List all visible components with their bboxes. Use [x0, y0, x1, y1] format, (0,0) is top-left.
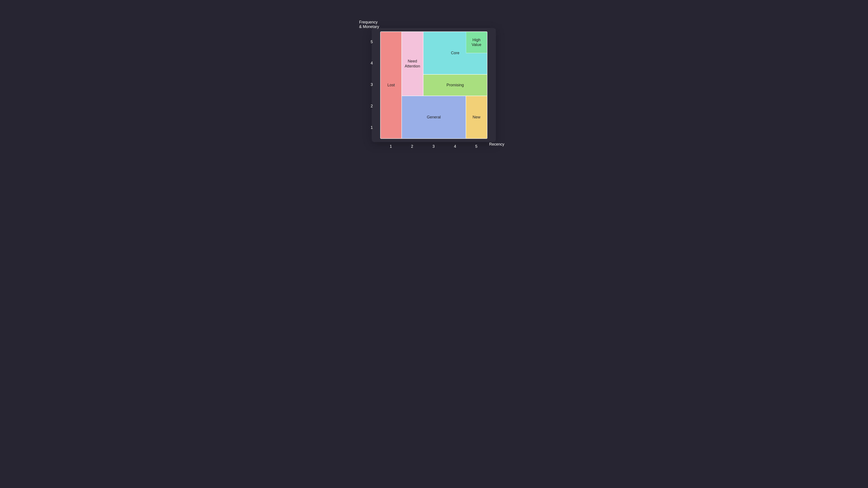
y-tick-5: 5 — [366, 40, 373, 44]
x-tick-1: 1 — [388, 144, 394, 149]
x-tick-2: 2 — [409, 144, 415, 149]
x-tick-4: 4 — [452, 144, 458, 149]
x-tick-3: 3 — [430, 144, 437, 149]
x-tick-5: 5 — [473, 144, 479, 149]
segment-lost: Lost — [380, 32, 402, 139]
segment-grid: Lost NeedAttention Core HighValue Promis… — [380, 31, 487, 139]
y-tick-4: 4 — [366, 61, 373, 65]
y-tick-2: 2 — [366, 104, 373, 108]
x-axis-title: Recency — [489, 142, 504, 147]
segment-new: New — [466, 96, 487, 139]
y-tick-1: 1 — [366, 125, 373, 130]
segment-need-attention: NeedAttention — [402, 32, 423, 96]
segment-high-value: HighValue — [466, 32, 487, 53]
segment-general: General — [402, 96, 466, 139]
y-axis-title: Frequency& Monetary — [359, 20, 379, 29]
rfm-chart: Frequency& Monetary 5 4 3 2 1 Lost NeedA… — [276, 0, 592, 177]
segment-promising: Promising — [423, 74, 487, 96]
y-tick-3: 3 — [366, 83, 373, 87]
